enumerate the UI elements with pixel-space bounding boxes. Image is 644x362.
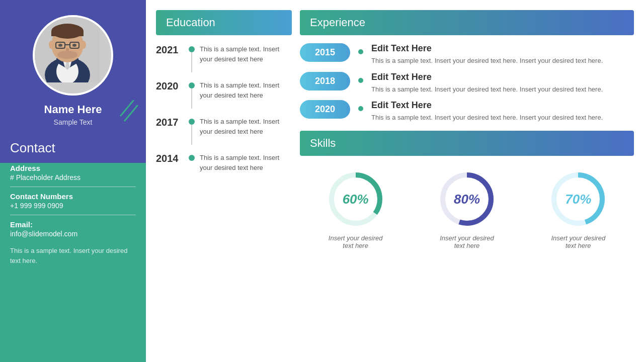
skills-header: Skills [300, 131, 634, 156]
skill-circle-2: 80% [437, 169, 497, 229]
exp-year-3: 2020 [300, 100, 350, 119]
phone-value: +1 999 999 0909 [10, 202, 136, 210]
exp-title-2: Edit Text Here [371, 72, 634, 82]
profile-subtitle: Sample Text [54, 118, 93, 126]
decorative-lines-icon [118, 98, 138, 123]
exp-content-3: Edit Text Here This is a sample text. In… [371, 100, 634, 123]
experience-section: Experience 2015 Edit Text Here This is a… [300, 10, 634, 123]
svg-point-16 [58, 44, 62, 47]
exp-dot-2 [358, 78, 363, 83]
email-value: info@slidemodel.com [10, 230, 136, 238]
exp-title-3: Edit Text Here [371, 100, 634, 111]
avatar-image [35, 17, 100, 82]
skill-item-1: 60% Insert your desiredtext here [326, 169, 386, 249]
edu-year-4: 2014 [156, 152, 184, 164]
svg-point-11 [49, 41, 54, 49]
address-value: # Placeholder Address [10, 173, 136, 182]
dot-container-2 [189, 79, 195, 109]
table-row: 2020 This is a sample text. Insert your … [156, 79, 292, 109]
skill-label-3: Insert your desiredtext here [551, 234, 605, 249]
edu-text-3: This is a sample text. Insert your desir… [200, 116, 292, 136]
skill-percent-3: 70% [565, 191, 591, 207]
timeline-line-2 [191, 88, 192, 109]
edu-year-3: 2017 [156, 116, 184, 128]
list-item: 2020 Edit Text Here This is a sample tex… [300, 100, 634, 123]
profile-name: Name Here [44, 103, 102, 116]
dot-container-3 [189, 116, 195, 145]
edu-year-2: 2020 [156, 79, 184, 92]
timeline-dot-3 [189, 119, 195, 125]
skill-item-2: 80% Insert your desiredtext here [437, 169, 497, 249]
table-row: 2021 This is a sample text. Insert your … [156, 43, 292, 72]
timeline-line-1 [191, 52, 192, 72]
skill-label-1: Insert your desiredtext here [329, 234, 383, 249]
exp-dot-circle-1 [358, 49, 363, 54]
skills-section: Skills 60% Insert your desiredtext here [300, 131, 634, 352]
email-label: Email: [10, 220, 136, 229]
sidebar: Name Here Sample Text Contact Address # … [0, 0, 146, 362]
edu-text-2: This is a sample text. Insert your desir… [200, 79, 292, 100]
skill-item-3: 70% Insert your desiredtext here [548, 169, 608, 249]
timeline-line-3 [191, 125, 192, 145]
divider-1 [10, 187, 136, 187]
svg-rect-10 [51, 31, 84, 36]
contact-section: Contact Address # Placeholder Address Co… [10, 140, 136, 265]
skills-container: 60% Insert your desiredtext here 80% [300, 164, 634, 254]
edu-text-4: This is a sample text. Insert your desir… [200, 152, 292, 172]
divider-2 [10, 215, 136, 215]
contact-title: Contact [10, 140, 136, 156]
experience-timeline: 2015 Edit Text Here This is a sample tex… [300, 43, 634, 123]
skill-percent-1: 60% [343, 191, 369, 207]
dot-container-4 [189, 152, 195, 161]
timeline-dot-1 [189, 46, 195, 52]
exp-title-1: Edit Text Here [371, 43, 634, 54]
address-label: Address [10, 164, 136, 172]
exp-dot-1 [358, 49, 363, 54]
edu-year-1: 2021 [156, 43, 184, 56]
education-panel: Education 2021 This is a sample text. In… [156, 10, 292, 352]
avatar [33, 15, 113, 96]
list-item: 2018 Edit Text Here This is a sample tex… [300, 72, 634, 95]
exp-dot-circle-2 [358, 78, 363, 83]
exp-year-2: 2018 [300, 72, 350, 90]
exp-text-3: This is a sample text. Insert your desir… [371, 113, 634, 123]
exp-text-2: This is a sample text. Insert your desir… [371, 84, 634, 95]
experience-header: Experience [300, 10, 634, 35]
skill-circle-1: 60% [326, 169, 386, 229]
main-content: Education 2021 This is a sample text. In… [146, 0, 644, 362]
svg-point-12 [81, 41, 86, 49]
timeline-dot-2 [189, 82, 195, 88]
right-panel: Experience 2015 Edit Text Here This is a… [300, 10, 634, 352]
svg-point-19 [57, 51, 77, 59]
table-row: 2017 This is a sample text. Insert your … [156, 116, 292, 145]
education-header: Education [156, 10, 292, 35]
exp-dot-circle-3 [358, 106, 363, 111]
exp-content-2: Edit Text Here This is a sample text. In… [371, 72, 634, 95]
table-row: 2014 This is a sample text. Insert your … [156, 152, 292, 172]
education-timeline: 2021 This is a sample text. Insert your … [156, 43, 292, 179]
exp-dot-3 [358, 106, 363, 111]
list-item: 2015 Edit Text Here This is a sample tex… [300, 43, 634, 66]
phone-label: Contact Numbers [10, 192, 136, 201]
exp-text-1: This is a sample text. Insert your desir… [371, 56, 634, 66]
sidebar-footer: This is a sample text. Insert your desir… [10, 246, 136, 265]
skill-label-2: Insert your desiredtext here [440, 234, 494, 249]
timeline-dot-4 [189, 155, 195, 161]
dot-container-1 [189, 43, 195, 72]
edu-text-1: This is a sample text. Insert your desir… [200, 43, 292, 64]
exp-year-1: 2015 [300, 43, 350, 62]
exp-content-1: Edit Text Here This is a sample text. In… [371, 43, 634, 66]
skill-circle-3: 70% [548, 169, 608, 229]
skill-percent-2: 80% [454, 191, 480, 207]
svg-point-17 [72, 44, 76, 47]
